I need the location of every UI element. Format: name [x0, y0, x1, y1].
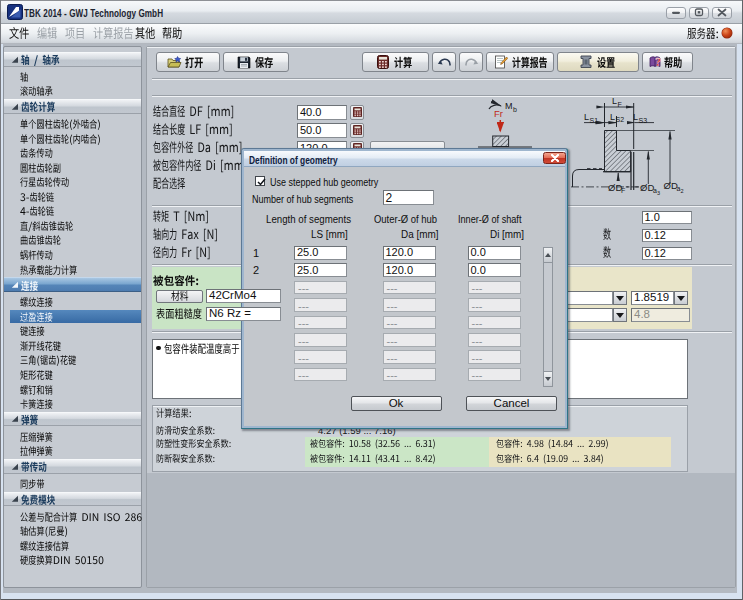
svg-text:Fr: Fr [494, 108, 503, 119]
svg-text:b: b [513, 106, 517, 113]
svg-text:3: 3 [657, 190, 660, 196]
svg-text:F: F [621, 187, 625, 194]
svg-text:?: ? [655, 55, 661, 69]
svg-text:S2: S2 [616, 116, 625, 123]
svg-text:F: F [618, 101, 622, 108]
svg-text:M: M [505, 101, 513, 111]
svg-text:L: L [584, 112, 589, 122]
svg-text:L: L [610, 112, 615, 122]
svg-text:L: L [612, 96, 617, 106]
svg-text:L: L [633, 112, 638, 122]
svg-text:S1: S1 [590, 117, 599, 124]
svg-text:S3: S3 [639, 117, 648, 124]
svg-text:2: 2 [681, 188, 684, 194]
